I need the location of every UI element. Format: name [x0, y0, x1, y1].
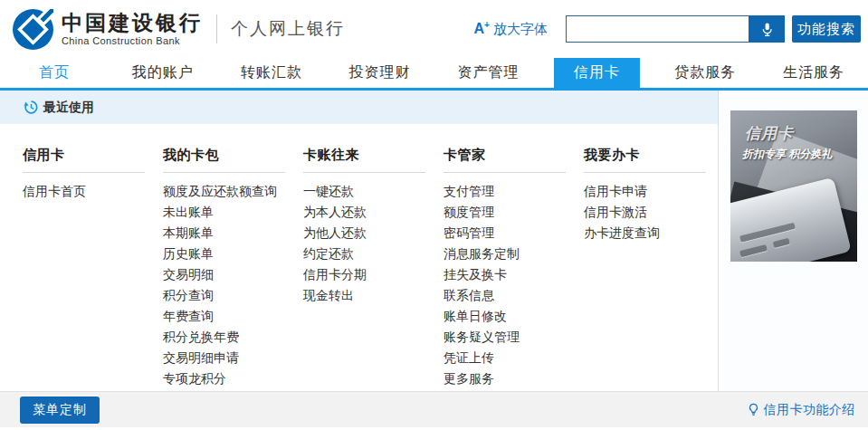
font-zoom-icon: A+ — [473, 21, 489, 36]
menu-item[interactable]: 年费查询 — [163, 306, 303, 327]
function-search-input[interactable] — [566, 15, 749, 43]
menu-item[interactable]: 积分查询 — [163, 285, 303, 306]
menu-item-list: 额度及应还款额查询未出账单本期账单历史账单交易明细积分查询年费查询积分兑换年费交… — [163, 181, 303, 389]
nav-tab-label: 转账汇款 — [221, 58, 322, 88]
menu-item[interactable]: 积分兑换年费 — [163, 327, 303, 348]
menu-item[interactable]: 联系信息 — [444, 285, 584, 306]
ad-subtitle: 折扣专享 积分换礼 — [742, 147, 857, 162]
menu-item[interactable]: 交易明细 — [163, 264, 303, 285]
card-emboss-line — [739, 244, 768, 257]
bank-name-en: China Construction Bank — [62, 35, 203, 46]
menu-column-1: 我的卡包额度及应还款额查询未出账单本期账单历史账单交易明细积分查询年费查询积分兑… — [163, 147, 303, 391]
menu-item-list: 信用卡申请信用卡激活办卡进度查询 — [584, 181, 718, 244]
enlarge-font-link[interactable]: A+ 放大字体 — [473, 20, 548, 38]
menu-item[interactable]: 支付管理 — [444, 181, 584, 202]
nav-tab-4[interactable]: 资产管理 — [434, 58, 543, 88]
nav-tab-2[interactable]: 转账汇款 — [217, 58, 326, 88]
menu-column-rule — [584, 172, 706, 173]
recently-used-bar: 最近使用 — [0, 91, 718, 124]
menu-column-title: 卡账往来 — [303, 147, 444, 164]
menu-column-4: 我要办卡信用卡申请信用卡激活办卡进度查询 — [584, 147, 718, 391]
menu-item[interactable]: 一键还款 — [303, 181, 444, 202]
menu-column-3: 卡管家支付管理额度管理密码管理消息服务定制挂失及换卡联系信息账单日修改账务疑义管… — [444, 147, 584, 391]
nav-tab-label: 投资理财 — [329, 58, 431, 88]
credit-card-intro-label: 信用卡功能介绍 — [764, 402, 856, 418]
portal-title: 个人网上银行 — [231, 17, 345, 41]
menu-item-list: 信用卡首页 — [23, 181, 163, 202]
bank-name-cn: 中国建设银行 — [62, 12, 203, 34]
menu-customize-button[interactable]: 菜单定制 — [20, 397, 100, 424]
microphone-icon — [758, 21, 776, 38]
nav-tab-6[interactable]: 贷款服务 — [651, 58, 759, 88]
footer-bar: 菜单定制 信用卡功能介绍 — [0, 391, 868, 427]
menu-item[interactable]: 消息服务定制 — [444, 244, 584, 264]
menu-column-rule — [444, 172, 566, 173]
menu-column-title: 卡管家 — [444, 147, 584, 164]
credit-card-ad-banner[interactable]: 信用卡 折扣专享 积分换礼 — [730, 110, 857, 262]
bank-logo: 中国建设银行 China Construction Bank — [13, 9, 203, 50]
menu-column-title: 信用卡 — [23, 147, 163, 164]
history-icon — [24, 100, 39, 115]
menu-item[interactable]: 账单日修改 — [444, 306, 584, 327]
menu-item[interactable]: 额度管理 — [444, 202, 584, 223]
nav-tab-0[interactable]: 首页 — [0, 58, 109, 88]
menu-column-0: 信用卡信用卡首页 — [23, 147, 163, 391]
credit-card-menu: 信用卡信用卡首页我的卡包额度及应还款额查询未出账单本期账单历史账单交易明细积分查… — [0, 124, 718, 391]
nav-tab-1[interactable]: 我的账户 — [109, 58, 217, 88]
menu-item[interactable]: 账务疑义管理 — [444, 327, 584, 348]
menu-item[interactable]: 专项龙积分 — [163, 368, 303, 389]
menu-item[interactable]: 为他人还款 — [303, 223, 444, 244]
nav-tab-label: 贷款服务 — [654, 58, 756, 88]
nav-tab-3[interactable]: 投资理财 — [326, 58, 434, 88]
header: 中国建设银行 China Construction Bank 个人网上银行 A+… — [0, 0, 868, 58]
menu-item[interactable]: 历史账单 — [163, 244, 303, 264]
credit-card-intro-link[interactable]: 信用卡功能介绍 — [747, 402, 856, 418]
menu-item-list: 一键还款为本人还款为他人还款约定还款信用卡分期现金转出 — [303, 181, 444, 306]
voice-search-button[interactable] — [749, 15, 785, 43]
function-search-button[interactable]: 功能搜索 — [792, 15, 861, 43]
sidebar: 信用卡 折扣专享 积分换礼 — [719, 91, 868, 391]
lightbulb-icon — [747, 403, 760, 416]
menu-item[interactable]: 交易明细申请 — [163, 348, 303, 368]
header-right: A+ 放大字体 功能搜索 — [473, 15, 868, 43]
menu-item[interactable]: 信用卡首页 — [23, 181, 163, 202]
menu-column-rule — [163, 172, 285, 173]
menu-item-list: 支付管理额度管理密码管理消息服务定制挂失及换卡联系信息账单日修改账务疑义管理凭证… — [444, 181, 584, 389]
menu-item[interactable]: 挂失及换卡 — [444, 264, 584, 285]
menu-item[interactable]: 现金转出 — [303, 285, 444, 306]
nav-tab-7[interactable]: 生活服务 — [759, 58, 868, 88]
main-panel: 最近使用 信用卡信用卡首页我的卡包额度及应还款额查询未出账单本期账单历史账单交易… — [0, 91, 719, 391]
card-emboss-line — [773, 238, 790, 248]
menu-item[interactable]: 为本人还款 — [303, 202, 444, 223]
font-zoom-label: 放大字体 — [493, 21, 548, 36]
menu-item[interactable]: 约定还款 — [303, 244, 444, 264]
main-nav: 首页我的账户转账汇款投资理财资产管理信用卡贷款服务生活服务 — [0, 58, 868, 91]
menu-column-title: 我要办卡 — [584, 147, 718, 164]
nav-tab-5[interactable]: 信用卡 — [542, 58, 651, 88]
bank-name: 中国建设银行 China Construction Bank — [62, 12, 203, 45]
ad-title: 信用卡 — [745, 123, 857, 144]
nav-tab-label: 首页 — [19, 58, 90, 88]
menu-item[interactable]: 办卡进度查询 — [584, 223, 718, 244]
recently-used-label: 最近使用 — [43, 100, 94, 116]
nav-tab-label: 信用卡 — [554, 58, 640, 88]
menu-item[interactable]: 更多服务 — [444, 368, 584, 389]
header-divider — [216, 14, 217, 43]
menu-column-rule — [303, 172, 425, 173]
nav-tab-label: 我的账户 — [112, 58, 214, 88]
menu-item[interactable]: 凭证上传 — [444, 348, 584, 368]
content: 最近使用 信用卡信用卡首页我的卡包额度及应还款额查询未出账单本期账单历史账单交易… — [0, 91, 868, 391]
nav-tab-label: 生活服务 — [763, 58, 864, 88]
menu-item[interactable]: 信用卡激活 — [584, 202, 718, 223]
menu-item[interactable]: 信用卡分期 — [303, 264, 444, 285]
menu-column-2: 卡账往来一键还款为本人还款为他人还款约定还款信用卡分期现金转出 — [303, 147, 444, 391]
menu-column-rule — [23, 172, 145, 173]
menu-column-title: 我的卡包 — [163, 147, 303, 164]
menu-item[interactable]: 额度及应还款额查询 — [163, 181, 303, 202]
ccb-logo-icon — [13, 9, 53, 50]
nav-tab-label: 资产管理 — [437, 58, 539, 88]
menu-item[interactable]: 本期账单 — [163, 223, 303, 244]
menu-item[interactable]: 密码管理 — [444, 223, 584, 244]
menu-item[interactable]: 信用卡申请 — [584, 181, 718, 202]
menu-item[interactable]: 未出账单 — [163, 202, 303, 223]
